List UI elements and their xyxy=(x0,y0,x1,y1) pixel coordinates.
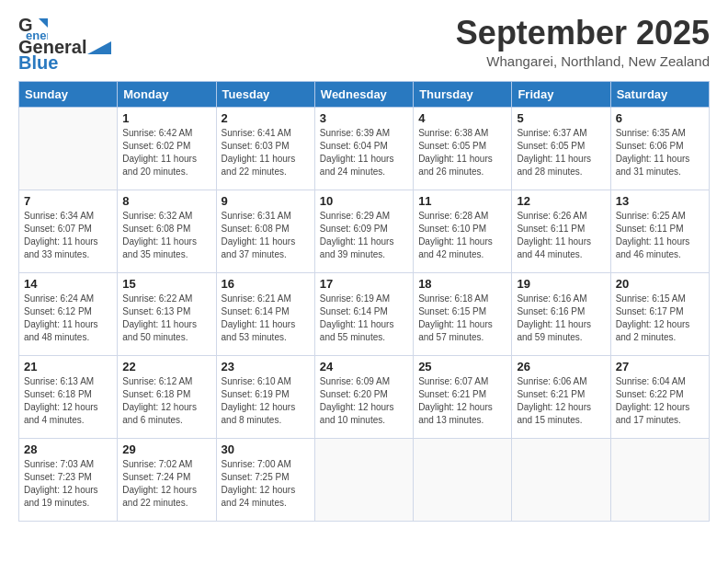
day-number: 5 xyxy=(517,111,605,125)
cell-info: Sunrise: 6:07 AMSunset: 6:21 PMDaylight:… xyxy=(418,375,506,427)
day-number: 4 xyxy=(418,111,506,125)
day-number: 19 xyxy=(517,277,605,291)
cell-info: Sunrise: 7:02 AMSunset: 7:24 PMDaylight:… xyxy=(122,458,210,510)
calendar-cell: 22Sunrise: 6:12 AMSunset: 6:18 PMDayligh… xyxy=(118,356,216,439)
day-number: 3 xyxy=(320,111,408,125)
calendar-cell: 17Sunrise: 6:19 AMSunset: 6:14 PMDayligh… xyxy=(314,273,413,356)
day-number: 21 xyxy=(24,360,112,373)
cell-info: Sunrise: 6:39 AMSunset: 6:04 PMDaylight:… xyxy=(320,127,408,178)
day-number: 29 xyxy=(122,442,210,456)
calendar-cell: 23Sunrise: 6:10 AMSunset: 6:19 PMDayligh… xyxy=(216,356,314,439)
calendar-cell: 7Sunrise: 6:34 AMSunset: 6:07 PMDaylight… xyxy=(19,190,118,273)
day-header-tuesday: Tuesday xyxy=(216,82,314,108)
day-number: 13 xyxy=(616,194,704,208)
calendar-cell: 15Sunrise: 6:22 AMSunset: 6:13 PMDayligh… xyxy=(118,273,216,356)
calendar-cell: 8Sunrise: 6:32 AMSunset: 6:08 PMDaylight… xyxy=(118,190,216,273)
calendar-cell: 29Sunrise: 7:02 AMSunset: 7:24 PMDayligh… xyxy=(118,439,216,522)
day-number: 11 xyxy=(418,194,506,208)
cell-info: Sunrise: 6:32 AMSunset: 6:08 PMDaylight:… xyxy=(122,210,210,261)
calendar-cell xyxy=(19,108,118,190)
calendar-cell: 6Sunrise: 6:35 AMSunset: 6:06 PMDaylight… xyxy=(610,108,709,190)
day-number: 12 xyxy=(517,194,605,208)
day-number: 1 xyxy=(122,111,210,125)
cell-info: Sunrise: 6:31 AMSunset: 6:08 PMDaylight:… xyxy=(222,210,310,261)
cell-info: Sunrise: 6:22 AMSunset: 6:13 PMDaylight:… xyxy=(122,293,210,344)
day-number: 22 xyxy=(122,360,210,373)
calendar-cell: 18Sunrise: 6:18 AMSunset: 6:15 PMDayligh… xyxy=(414,273,512,356)
cell-info: Sunrise: 6:35 AMSunset: 6:06 PMDaylight:… xyxy=(616,127,704,178)
cell-info: Sunrise: 7:03 AMSunset: 7:23 PMDaylight:… xyxy=(24,458,112,510)
calendar-cell: 11Sunrise: 6:28 AMSunset: 6:10 PMDayligh… xyxy=(414,190,512,273)
day-header-wednesday: Wednesday xyxy=(314,82,413,108)
day-number: 6 xyxy=(616,111,704,125)
day-number: 17 xyxy=(320,277,408,291)
calendar-cell: 30Sunrise: 7:00 AMSunset: 7:25 PMDayligh… xyxy=(216,439,314,522)
cell-info: Sunrise: 6:25 AMSunset: 6:11 PMDaylight:… xyxy=(616,210,704,261)
calendar-cell xyxy=(314,439,413,522)
calendar-cell xyxy=(414,439,512,522)
location-subtitle: Whangarei, Northland, New Zealand xyxy=(456,53,710,69)
calendar-cell: 27Sunrise: 6:04 AMSunset: 6:22 PMDayligh… xyxy=(610,356,709,439)
cell-info: Sunrise: 6:24 AMSunset: 6:12 PMDaylight:… xyxy=(24,293,112,344)
calendar-cell: 25Sunrise: 6:07 AMSunset: 6:21 PMDayligh… xyxy=(414,356,512,439)
day-number: 8 xyxy=(122,194,210,208)
day-number: 15 xyxy=(122,277,210,291)
day-header-thursday: Thursday xyxy=(414,82,512,108)
calendar-cell: 28Sunrise: 7:03 AMSunset: 7:23 PMDayligh… xyxy=(19,439,118,522)
cell-info: Sunrise: 6:04 AMSunset: 6:22 PMDaylight:… xyxy=(616,375,704,427)
page-header: G eneral General Blue September 2025 Wha… xyxy=(18,15,710,74)
cell-info: Sunrise: 6:38 AMSunset: 6:05 PMDaylight:… xyxy=(418,127,506,178)
cell-info: Sunrise: 6:06 AMSunset: 6:21 PMDaylight:… xyxy=(517,375,605,427)
calendar-cell: 20Sunrise: 6:15 AMSunset: 6:17 PMDayligh… xyxy=(610,273,709,356)
logo: G eneral General Blue xyxy=(18,15,112,74)
day-header-sunday: Sunday xyxy=(19,82,118,108)
calendar-cell: 10Sunrise: 6:29 AMSunset: 6:09 PMDayligh… xyxy=(314,190,413,273)
day-number: 10 xyxy=(320,194,408,208)
day-number: 27 xyxy=(616,360,704,373)
cell-info: Sunrise: 6:19 AMSunset: 6:14 PMDaylight:… xyxy=(320,293,408,344)
day-header-monday: Monday xyxy=(118,82,216,108)
calendar-cell: 24Sunrise: 6:09 AMSunset: 6:20 PMDayligh… xyxy=(314,356,413,439)
cell-info: Sunrise: 6:21 AMSunset: 6:14 PMDaylight:… xyxy=(222,293,310,344)
cell-info: Sunrise: 6:09 AMSunset: 6:20 PMDaylight:… xyxy=(320,375,408,427)
month-title: September 2025 xyxy=(456,15,710,52)
cell-info: Sunrise: 6:41 AMSunset: 6:03 PMDaylight:… xyxy=(222,127,310,178)
calendar-cell: 2Sunrise: 6:41 AMSunset: 6:03 PMDaylight… xyxy=(216,108,314,190)
calendar-cell: 9Sunrise: 6:31 AMSunset: 6:08 PMDaylight… xyxy=(216,190,314,273)
calendar-cell: 16Sunrise: 6:21 AMSunset: 6:14 PMDayligh… xyxy=(216,273,314,356)
day-number: 2 xyxy=(222,111,310,125)
calendar-cell: 19Sunrise: 6:16 AMSunset: 6:16 PMDayligh… xyxy=(512,273,610,356)
day-number: 24 xyxy=(320,360,408,373)
cell-info: Sunrise: 6:13 AMSunset: 6:18 PMDaylight:… xyxy=(24,375,112,427)
cell-info: Sunrise: 6:18 AMSunset: 6:15 PMDaylight:… xyxy=(418,293,506,344)
calendar-header-row: SundayMondayTuesdayWednesdayThursdayFrid… xyxy=(19,82,710,108)
calendar-cell: 3Sunrise: 6:39 AMSunset: 6:04 PMDaylight… xyxy=(314,108,413,190)
cell-info: Sunrise: 6:34 AMSunset: 6:07 PMDaylight:… xyxy=(24,210,112,261)
calendar-cell: 4Sunrise: 6:38 AMSunset: 6:05 PMDaylight… xyxy=(414,108,512,190)
calendar-cell xyxy=(512,439,610,522)
cell-info: Sunrise: 7:00 AMSunset: 7:25 PMDaylight:… xyxy=(222,458,310,510)
cell-info: Sunrise: 6:42 AMSunset: 6:02 PMDaylight:… xyxy=(122,127,210,178)
calendar-cell: 1Sunrise: 6:42 AMSunset: 6:02 PMDaylight… xyxy=(118,108,216,190)
day-number: 20 xyxy=(616,277,704,291)
cell-info: Sunrise: 6:10 AMSunset: 6:19 PMDaylight:… xyxy=(222,375,310,427)
calendar-week-row: 1Sunrise: 6:42 AMSunset: 6:02 PMDaylight… xyxy=(19,108,710,190)
logo-wing-icon xyxy=(87,41,111,54)
cell-info: Sunrise: 6:12 AMSunset: 6:18 PMDaylight:… xyxy=(122,375,210,427)
day-number: 16 xyxy=(222,277,310,291)
day-number: 30 xyxy=(222,442,310,456)
day-number: 7 xyxy=(24,194,112,208)
calendar-cell: 14Sunrise: 6:24 AMSunset: 6:12 PMDayligh… xyxy=(19,273,118,356)
calendar-week-row: 21Sunrise: 6:13 AMSunset: 6:18 PMDayligh… xyxy=(19,356,710,439)
svg-marker-1 xyxy=(39,18,48,28)
calendar-cell: 5Sunrise: 6:37 AMSunset: 6:05 PMDaylight… xyxy=(512,108,610,190)
calendar-week-row: 14Sunrise: 6:24 AMSunset: 6:12 PMDayligh… xyxy=(19,273,710,356)
calendar-table: SundayMondayTuesdayWednesdayThursdayFrid… xyxy=(18,81,710,522)
cell-info: Sunrise: 6:16 AMSunset: 6:16 PMDaylight:… xyxy=(517,293,605,344)
title-block: September 2025 Whangarei, Northland, New… xyxy=(456,15,710,69)
calendar-cell: 13Sunrise: 6:25 AMSunset: 6:11 PMDayligh… xyxy=(610,190,709,273)
day-number: 14 xyxy=(24,277,112,291)
calendar-week-row: 28Sunrise: 7:03 AMSunset: 7:23 PMDayligh… xyxy=(19,439,710,522)
cell-info: Sunrise: 6:26 AMSunset: 6:11 PMDaylight:… xyxy=(517,210,605,261)
day-number: 26 xyxy=(517,360,605,373)
